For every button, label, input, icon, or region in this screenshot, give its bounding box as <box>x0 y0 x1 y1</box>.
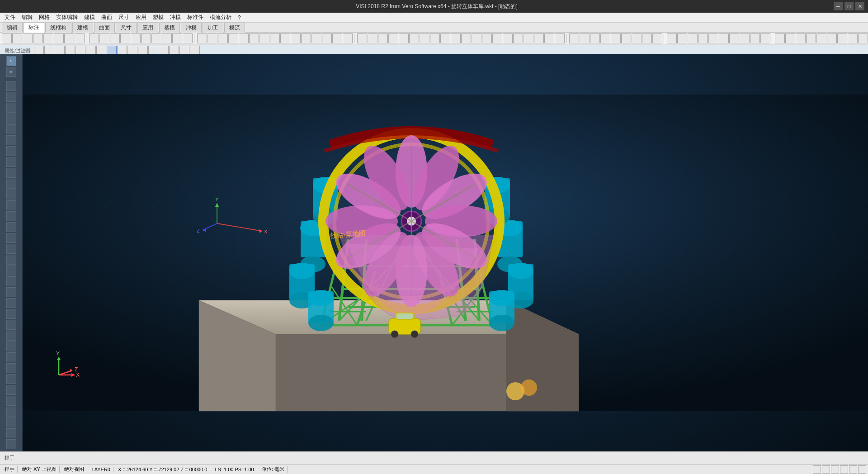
left-panel-button[interactable] <box>6 417 16 427</box>
status-icon-button[interactable] <box>840 465 848 474</box>
left-panel-button[interactable] <box>6 331 16 341</box>
viewport[interactable]: Z X Y X Y Z 找钻·某地图 <box>23 54 868 451</box>
menu-item-塑模[interactable]: 塑模 <box>150 13 166 22</box>
tab-应用[interactable]: 应用 <box>137 23 158 33</box>
left-panel-button[interactable] <box>6 168 16 178</box>
menu-item-冲模[interactable]: 冲模 <box>167 13 184 22</box>
toolbar-button[interactable] <box>667 33 677 43</box>
toolbar-button[interactable] <box>544 33 554 43</box>
left-panel-button[interactable] <box>6 341 16 351</box>
toolbar-button[interactable] <box>524 33 533 43</box>
left-panel-button[interactable] <box>6 298 16 308</box>
maximize-button[interactable]: □ <box>844 2 854 10</box>
toolbar-button[interactable] <box>775 33 785 43</box>
toolbar-button[interactable] <box>280 33 290 43</box>
toolbar-button[interactable] <box>64 33 74 43</box>
toolbar-button[interactable] <box>555 33 565 43</box>
status-icon-button[interactable] <box>813 465 821 474</box>
menu-item-尺寸[interactable]: 尺寸 <box>116 13 132 22</box>
tab-线框构[interactable]: 线框构 <box>45 23 71 33</box>
tab-编辑[interactable]: 编辑 <box>2 23 23 33</box>
menu-item-应用[interactable]: 应用 <box>133 13 149 22</box>
toolbar-button[interactable] <box>197 33 207 43</box>
toolbar-button[interactable] <box>399 33 409 43</box>
left-panel-button[interactable] <box>6 265 16 275</box>
tab-加工[interactable]: 加工 <box>203 23 223 33</box>
toolbar-button[interactable] <box>729 33 739 43</box>
toolbar-button[interactable] <box>534 33 544 43</box>
toolbar-button[interactable] <box>858 33 868 43</box>
toolbar-button[interactable] <box>785 33 795 43</box>
toolbar-button[interactable] <box>513 33 523 43</box>
toolbar-button[interactable] <box>43 33 53 43</box>
toolbar-button[interactable] <box>388 33 398 43</box>
toolbar-button[interactable] <box>569 33 579 43</box>
toolbar-button[interactable] <box>677 33 687 43</box>
toolbar-button[interactable] <box>89 33 99 43</box>
status-icon-button[interactable] <box>822 465 830 474</box>
toolbar-button[interactable] <box>75 33 85 43</box>
left-panel-button[interactable] <box>6 114 16 123</box>
tab-曲面[interactable]: 曲面 <box>94 23 115 33</box>
tab-尺寸[interactable]: 尺寸 <box>116 23 137 33</box>
toolbar-button[interactable] <box>430 33 440 43</box>
toolbar-button[interactable] <box>218 33 228 43</box>
menu-item-?[interactable]: ? <box>235 14 244 22</box>
tab-冲模[interactable]: 冲模 <box>181 23 202 33</box>
toolbar-button[interactable] <box>409 33 419 43</box>
status-item-1[interactable]: 绝对 XY 上视图 <box>19 466 60 473</box>
menu-item-网格[interactable]: 网格 <box>36 13 52 22</box>
menu-item-模流分析[interactable]: 模流分析 <box>207 13 234 22</box>
toolbar-button[interactable] <box>2 33 12 43</box>
toolbar-button[interactable] <box>259 33 269 43</box>
menu-item-曲面[interactable]: 曲面 <box>99 13 115 22</box>
left-panel-button[interactable] <box>6 396 16 406</box>
tab-标注[interactable]: 标注 <box>24 22 44 33</box>
toolbar-button[interactable] <box>249 33 259 43</box>
toolbar-button[interactable] <box>131 33 141 43</box>
toolbar-button[interactable] <box>239 33 249 43</box>
toolbar-button[interactable] <box>378 33 388 43</box>
toolbar-button[interactable] <box>580 33 590 43</box>
toolbar-button[interactable] <box>23 33 33 43</box>
toolbar-button[interactable] <box>291 33 301 43</box>
toolbar-button[interactable] <box>688 33 698 43</box>
toolbar-button[interactable] <box>311 33 321 43</box>
toolbar-button[interactable] <box>642 33 652 43</box>
toolbar-button[interactable] <box>472 33 481 43</box>
toolbar-button[interactable] <box>796 33 806 43</box>
toolbar-button[interactable] <box>708 33 718 43</box>
toolbar-button[interactable] <box>760 33 770 43</box>
toolbar-button[interactable] <box>99 33 109 43</box>
left-panel-button[interactable] <box>6 190 16 199</box>
toolbar-button[interactable] <box>750 33 760 43</box>
menu-item-实体编辑[interactable]: 实体编辑 <box>53 13 80 22</box>
toolbar-button[interactable] <box>301 33 311 43</box>
toolbar-button[interactable] <box>228 33 238 43</box>
left-panel-button[interactable] <box>6 287 16 297</box>
left-panel-button[interactable] <box>6 320 16 330</box>
tab-塑模[interactable]: 塑模 <box>159 23 180 33</box>
left-panel-button[interactable] <box>6 135 16 145</box>
toolbar-button[interactable] <box>806 33 816 43</box>
left-panel-button[interactable] <box>6 407 16 417</box>
left-panel-button[interactable] <box>6 179 16 189</box>
left-panel-button[interactable] <box>6 92 16 102</box>
toolbar-button[interactable] <box>816 33 826 43</box>
status-icon-button[interactable] <box>849 465 857 474</box>
menu-item-建模[interactable]: 建模 <box>81 13 98 22</box>
toolbar-button[interactable] <box>33 33 43 43</box>
menu-item-文件[interactable]: 文件 <box>2 13 18 22</box>
toolbar-button[interactable] <box>503 33 513 43</box>
toolbar-button[interactable] <box>698 33 708 43</box>
menu-item-标准件[interactable]: 标准件 <box>184 13 206 22</box>
status-icon-button[interactable] <box>831 465 839 474</box>
toolbar-button[interactable] <box>492 33 502 43</box>
tab-建模[interactable]: 建模 <box>72 23 93 33</box>
toolbar-button[interactable] <box>451 33 461 43</box>
status-item-2[interactable]: 绝对视图 <box>61 466 87 473</box>
status-icon-button[interactable] <box>858 465 866 474</box>
toolbar-button[interactable] <box>590 33 600 43</box>
toolbar-button[interactable] <box>110 33 120 43</box>
left-panel-button[interactable] <box>6 222 16 232</box>
